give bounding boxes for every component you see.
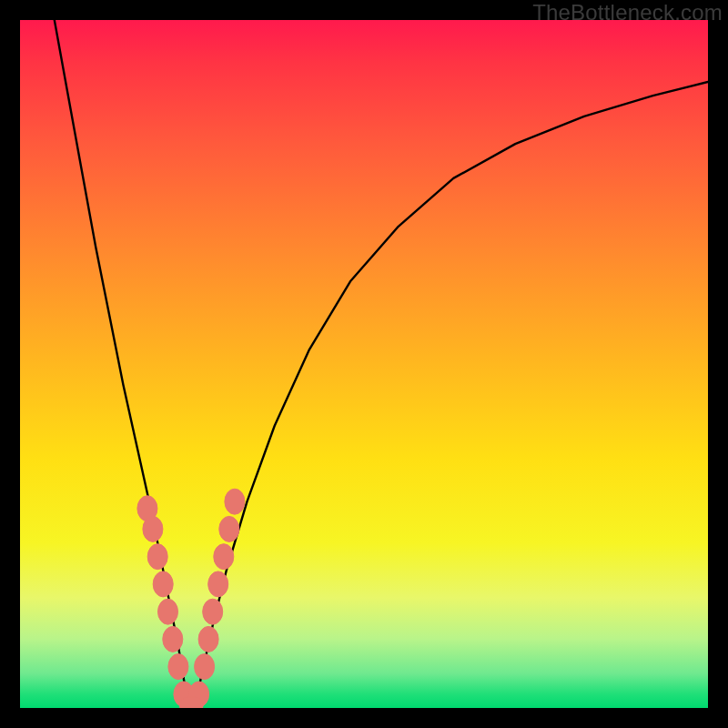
chart-overlay [20, 20, 708, 708]
marker-point [168, 654, 188, 680]
marker-valley [179, 697, 203, 708]
marker-point [219, 516, 239, 541]
marker-point [208, 571, 228, 597]
chart-frame: TheBottleneck.com [0, 0, 728, 728]
marker-point [153, 571, 173, 597]
marker-point [147, 544, 167, 570]
bottleneck-curve [55, 20, 708, 708]
highlight-markers [137, 489, 245, 708]
marker-point [225, 489, 245, 514]
marker-point [198, 626, 218, 652]
marker-point [158, 599, 178, 624]
marker-point [203, 599, 223, 624]
plot-area [20, 20, 708, 708]
marker-point [195, 654, 215, 680]
marker-point [163, 626, 183, 652]
marker-point [143, 516, 163, 541]
marker-point [214, 544, 234, 570]
